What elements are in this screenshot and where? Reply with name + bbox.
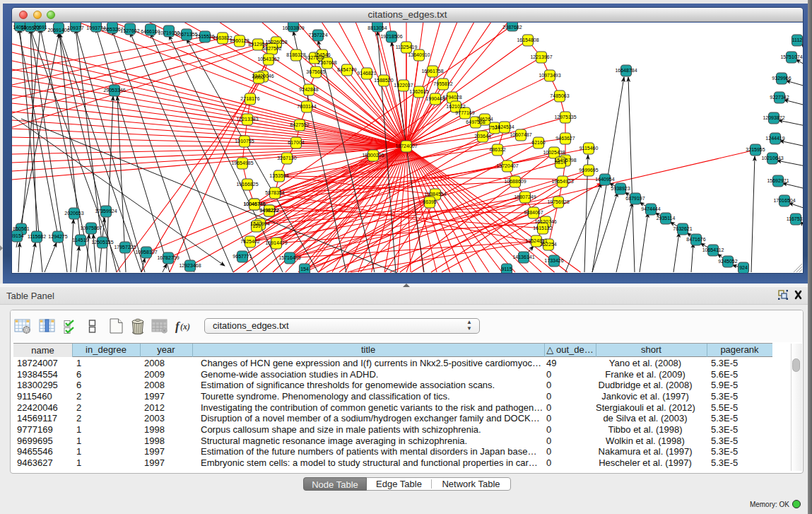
svg-text:16154808: 16154808 [517, 37, 539, 42]
svg-text:1322037: 1322037 [394, 83, 413, 88]
svg-text:7485063: 7485063 [550, 93, 569, 98]
svg-text:9884067: 9884067 [524, 210, 543, 215]
svg-text:154546: 154546 [314, 52, 330, 57]
svg-text:15226058: 15226058 [265, 40, 287, 45]
svg-text:15720407: 15720407 [496, 163, 518, 168]
svg-text:1362615: 1362615 [409, 89, 428, 94]
svg-text:2718176: 2718176 [240, 96, 259, 101]
svg-text:1733426: 1733426 [544, 258, 563, 263]
svg-text:159: 159 [252, 223, 261, 228]
svg-text:10975867: 10975867 [80, 226, 102, 230]
svg-text:10210643: 10210643 [761, 156, 783, 160]
svg-text:15716485: 15716485 [278, 255, 300, 260]
svg-text:18300295: 18300295 [362, 153, 384, 158]
svg-text:8427552: 8427552 [290, 122, 309, 127]
svg-text:9245052: 9245052 [718, 259, 737, 264]
svg-text:10671355: 10671355 [175, 32, 197, 37]
svg-text:62160: 62160 [531, 140, 546, 145]
svg-text:17359924: 17359924 [95, 209, 117, 214]
svg-text:10543362: 10543362 [257, 57, 279, 62]
svg-text:18724007: 18724007 [395, 144, 417, 148]
svg-text:6879197: 6879197 [625, 196, 645, 201]
svg-text:850561: 850561 [13, 226, 29, 231]
svg-text:109377: 109377 [67, 25, 83, 30]
svg-text:11325419: 11325419 [396, 45, 418, 49]
svg-text:1527602: 1527602 [120, 28, 139, 33]
svg-text:16961758: 16961758 [421, 69, 443, 74]
svg-text:5827502: 5827502 [262, 46, 281, 51]
svg-text:486322: 486322 [489, 147, 505, 152]
svg-text:12213383: 12213383 [236, 117, 258, 122]
svg-text:19654923: 19654923 [551, 179, 573, 184]
svg-text:5938923: 5938923 [611, 186, 630, 191]
svg-text:1615132: 1615132 [533, 226, 552, 230]
svg-text:9115: 9115 [501, 267, 512, 271]
svg-text:10607487: 10607487 [510, 132, 531, 137]
svg-text:252254: 252254 [540, 242, 556, 247]
svg-text:12975135: 12975135 [554, 115, 576, 119]
svg-text:9115460: 9115460 [579, 146, 599, 151]
svg-text:12505135: 12505135 [91, 240, 113, 245]
svg-text:7357224: 7357224 [308, 33, 327, 37]
svg-text:1167533: 1167533 [787, 216, 803, 221]
svg-text:5878354: 5878354 [265, 190, 284, 195]
svg-text:2935114: 2935114 [657, 216, 676, 221]
svg-text:114519: 114519 [73, 238, 89, 243]
svg-text:15751074: 15751074 [780, 54, 802, 59]
svg-text:3267130: 3267130 [277, 156, 296, 160]
svg-text:2020653: 2020653 [64, 211, 83, 216]
svg-text:19218506: 19218506 [380, 34, 402, 39]
svg-text:2367608: 2367608 [317, 60, 336, 65]
svg-text:8471676: 8471676 [686, 237, 705, 242]
svg-text:86395: 86395 [423, 199, 437, 204]
svg-text:1115682: 1115682 [28, 234, 46, 239]
svg-text:9777169: 9777169 [455, 110, 474, 115]
svg-text:10046746: 10046746 [243, 201, 265, 206]
svg-text:19166825: 19166825 [236, 182, 258, 187]
svg-text:16648784: 16648784 [615, 68, 637, 73]
svg-text:15692971: 15692971 [767, 178, 789, 183]
svg-text:7515526: 7515526 [195, 34, 214, 39]
svg-text:3215955: 3215955 [746, 147, 765, 152]
svg-text:19756928: 19756928 [547, 199, 569, 204]
svg-text:9474444: 9474444 [641, 206, 660, 211]
svg-text:10973493: 10973493 [539, 73, 560, 78]
svg-text:8960128: 8960128 [230, 38, 249, 43]
svg-text:13640910: 13640910 [408, 52, 430, 57]
svg-text:7803144: 7803144 [297, 104, 316, 109]
svg-text:20691406: 20691406 [47, 28, 69, 33]
svg-text:10654112: 10654112 [702, 247, 724, 252]
svg-text:16033809: 16033809 [282, 25, 304, 30]
svg-text:1294275: 1294275 [48, 234, 67, 239]
svg-text:924: 924 [739, 265, 748, 270]
svg-text:9242848: 9242848 [299, 87, 318, 92]
svg-text:203644: 203644 [474, 134, 490, 139]
svg-text:9699695: 9699695 [579, 168, 598, 173]
svg-text:1112: 1112 [792, 37, 803, 42]
svg-text:1353594: 1353594 [269, 173, 288, 178]
svg-text:20691: 20691 [33, 25, 47, 30]
svg-text:9227342: 9227342 [770, 95, 789, 100]
svg-text:1621022: 1621022 [446, 104, 465, 109]
svg-text:39154: 39154 [12, 233, 24, 238]
svg-text:8813054: 8813054 [367, 25, 387, 30]
svg-text:746264: 746264 [476, 117, 493, 122]
svg-text:12093872: 12093872 [763, 115, 784, 120]
svg-text:1010755: 1010755 [235, 139, 254, 144]
svg-text:9814: 9814 [555, 160, 566, 165]
svg-text:14136141: 14136141 [512, 255, 534, 259]
svg-text:2087682: 2087682 [502, 25, 522, 30]
svg-text:29053346: 29053346 [103, 88, 125, 93]
svg-text:19654985: 19654985 [231, 160, 253, 165]
svg-text:9146821: 9146821 [357, 71, 376, 76]
svg-text:3675685: 3675685 [306, 69, 325, 74]
svg-text:18807249: 18807249 [514, 194, 536, 199]
svg-text:10958107: 10958107 [135, 250, 157, 255]
svg-text:(x): (x) [180, 322, 190, 332]
svg-text:154: 154 [300, 267, 309, 271]
svg-text:12213967: 12213967 [530, 54, 552, 59]
svg-text:16782759: 16782759 [157, 255, 179, 260]
svg-text:9463627: 9463627 [555, 136, 575, 141]
svg-text:7632621: 7632621 [673, 226, 692, 231]
svg-text:12923468: 12923468 [179, 263, 201, 268]
